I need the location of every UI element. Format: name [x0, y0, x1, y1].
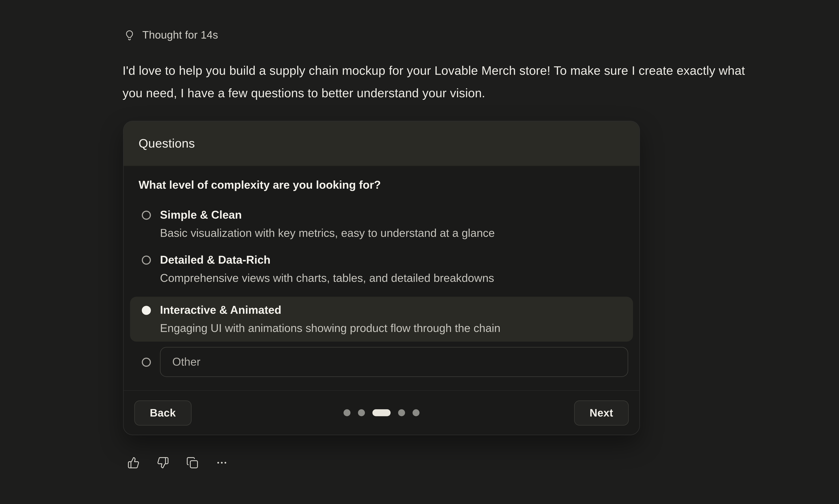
next-button[interactable]: Next [574, 400, 629, 425]
copy-icon [186, 457, 199, 469]
thumbs-up-icon [127, 457, 140, 469]
option-label: Simple & Clean [160, 207, 495, 223]
thumbs-down-icon [157, 457, 169, 469]
option-radio-selected[interactable] [142, 306, 151, 315]
option-description: Comprehensive views with charts, tables,… [160, 270, 494, 286]
pagination-dot [413, 409, 420, 416]
pagination-dots [344, 409, 420, 416]
option-description: Engaging UI with animations showing prod… [160, 320, 501, 336]
message-actions [127, 457, 839, 469]
option-simple-clean[interactable]: Simple & Clean Basic visualization with … [139, 207, 624, 241]
option-radio[interactable] [142, 256, 151, 265]
thumbs-up-button[interactable] [127, 457, 140, 469]
questions-card: Questions What level of complexity are y… [123, 121, 640, 435]
pagination-dot-active [372, 409, 390, 416]
other-option-input[interactable] [160, 347, 628, 377]
lightbulb-icon [124, 29, 135, 41]
option-other[interactable] [139, 347, 624, 377]
thought-label: Thought for 14s [142, 29, 218, 41]
option-radio[interactable] [142, 357, 151, 366]
chat-message-area: Thought for 14s I'd love to help you bui… [0, 0, 839, 504]
option-interactive-animated[interactable]: Interactive & Animated Engaging UI with … [130, 297, 633, 342]
pagination-dot [344, 409, 351, 416]
more-options-button[interactable] [216, 457, 228, 469]
card-title: Questions [139, 137, 195, 151]
option-radio[interactable] [142, 211, 151, 220]
option-label: Interactive & Animated [160, 302, 501, 318]
question-text: What level of complexity are you looking… [139, 178, 624, 192]
back-button[interactable]: Back [134, 400, 191, 425]
pagination-dot [398, 409, 405, 416]
option-label: Detailed & Data-Rich [160, 252, 494, 268]
copy-button[interactable] [186, 457, 199, 469]
pagination-dot [358, 409, 365, 416]
option-detailed-data-rich[interactable]: Detailed & Data-Rich Comprehensive views… [139, 252, 624, 286]
thought-disclosure[interactable]: Thought for 14s [124, 0, 218, 41]
assistant-message: I'd love to help you build a supply chai… [123, 59, 750, 104]
option-description: Basic visualization with key metrics, ea… [160, 225, 495, 241]
questions-card-footer: Back Next [124, 390, 640, 435]
questions-card-body: What level of complexity are you looking… [124, 166, 640, 390]
questions-card-header: Questions [124, 121, 640, 166]
ellipsis-icon [216, 457, 228, 469]
thumbs-down-button[interactable] [157, 457, 169, 469]
